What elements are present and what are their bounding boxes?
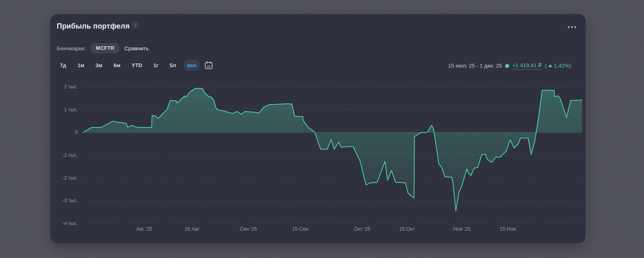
range-button-7d[interactable]: 7д (56, 60, 70, 71)
range-button-6m[interactable]: 6м (110, 60, 124, 71)
profit-amount[interactable]: +1 419,41 ₽ (512, 62, 542, 70)
x-tick-label: Сен '25 (240, 226, 257, 232)
range-button-3m[interactable]: 3м (92, 60, 106, 71)
y-axis: 2 тыс.1 тыс.0-1 тыс.-2 тыс.-3 тыс.-4 тыс… (63, 84, 582, 226)
y-tick-label: 0 (75, 129, 78, 135)
series-dot-icon (505, 64, 509, 68)
calendar-icon[interactable]: 12 (204, 61, 213, 70)
benchmarks-row: Бенчмарки: MCFTR Сравнить (57, 43, 149, 53)
period-label: 15 июл. 25 - 1 дек. 25 (448, 63, 502, 69)
range-button-1y[interactable]: 1г (150, 60, 162, 71)
card-header: Прибыль портфеля ? (57, 22, 138, 31)
arrow-up-icon (548, 64, 552, 67)
x-tick-label: 15 Авг (185, 226, 200, 232)
profit-percent: (1,42%) (545, 63, 571, 69)
paren-open: ( (545, 63, 547, 69)
more-menu-icon[interactable] (568, 26, 576, 28)
x-axis: Авг '2515 АвгСен '2515 СенОкт '2515 ОктН… (136, 226, 516, 232)
benchmarks-label: Бенчмарки: (57, 45, 86, 51)
x-tick-label: 15 Ноя (500, 226, 516, 232)
range-button-all[interactable]: все (184, 60, 200, 71)
x-tick-label: Авг '25 (136, 226, 152, 232)
y-tick-label: -3 тыс. (63, 198, 78, 203)
y-tick-label: 2 тыс. (64, 84, 78, 90)
y-tick-label: -1 тыс. (63, 152, 78, 158)
x-tick-label: 15 Сен (292, 226, 308, 232)
benchmark-chip-mcftr[interactable]: MCFTR (91, 43, 119, 53)
profit-line (83, 88, 582, 211)
compare-button[interactable]: Сравнить (124, 45, 149, 51)
x-tick-label: Ноя '25 (453, 226, 471, 232)
y-tick-label: -4 тыс. (63, 221, 78, 226)
y-tick-label: 1 тыс. (64, 107, 78, 113)
range-button-1m[interactable]: 1м (74, 60, 88, 71)
y-tick-label: -2 тыс. (63, 175, 78, 181)
x-tick-label: Окт '25 (354, 226, 370, 232)
portfolio-profit-card: Прибыль портфеля ? Бенчмарки: MCFTR Срав… (50, 14, 586, 243)
period-summary: 15 июл. 25 - 1 дек. 25 +1 419,41 ₽ (1,42… (448, 62, 571, 70)
profit-area (83, 88, 582, 211)
range-selector: 7д 1м 3м 6м YTD 1г 5л все 12 (54, 60, 213, 71)
page-title: Прибыль портфеля (57, 22, 130, 31)
range-button-ytd[interactable]: YTD (128, 60, 146, 71)
range-button-5y[interactable]: 5л (166, 60, 180, 71)
profit-chart[interactable]: 2 тыс.1 тыс.0-1 тыс.-2 тыс.-3 тыс.-4 тыс… (56, 78, 586, 239)
calendar-day-label: 12 (207, 65, 211, 68)
x-tick-label: 15 Окт (399, 226, 415, 232)
help-icon[interactable]: ? (132, 22, 138, 28)
percent-value: 1,42%) (554, 63, 571, 69)
